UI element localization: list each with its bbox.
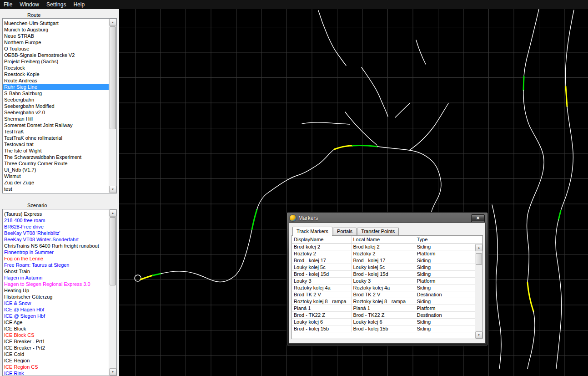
menu-settings[interactable]: Settings <box>43 0 70 9</box>
column-header[interactable]: Type <box>415 236 482 243</box>
menu-file[interactable]: File <box>0 0 16 9</box>
menu-window[interactable]: Window <box>16 0 43 9</box>
scroll-up-icon: ▲ <box>111 21 114 24</box>
route-list-item[interactable]: S-Bahn Salzburg <box>3 90 109 97</box>
markers-titlebar[interactable]: Markers × <box>289 213 486 223</box>
marker-row[interactable]: Brod - kolej 15bBrod - kolej 15bSiding <box>292 325 482 332</box>
route-list-item[interactable]: TestTraK ohne rollmaterial <box>3 135 109 141</box>
scenario-list-item[interactable]: ICE @ Siegen Hbf <box>3 313 109 319</box>
scenario-list-item[interactable]: ICE & Snow <box>3 300 109 306</box>
scenario-list-item[interactable]: Ghost Train <box>3 268 109 274</box>
scenario-list-item[interactable]: ICE Breaker - Prt2 <box>3 345 109 351</box>
scroll-down-button[interactable]: ▼ <box>109 368 116 376</box>
route-list-item[interactable]: Zug der Züge <box>3 179 109 186</box>
marker-row[interactable]: Planá 1Planá 1Platform <box>292 305 482 311</box>
route-list-item[interactable]: OEBB-Signale Demostrecke V2 <box>3 52 109 58</box>
route-list-item[interactable]: Northern Europe <box>3 39 109 46</box>
marker-cell: Brod - kolej 17 <box>351 257 415 264</box>
scenario-list-item[interactable]: Historischer Güterzug <box>3 294 109 300</box>
route-list-item[interactable]: test <box>3 186 109 192</box>
scenario-list-item[interactable]: (Taurus) Express <box>3 211 109 217</box>
route-list-item[interactable]: Route Andreas <box>3 77 109 84</box>
marker-cell: Roztoky kolej 4a <box>292 284 351 291</box>
route-list-item[interactable]: Seebergbahn <box>3 97 109 103</box>
marker-row[interactable]: Brod TK 2 VBrod TK 2 VDestination <box>292 291 482 298</box>
marker-cell: Brod - kolej 15b <box>351 325 415 332</box>
scrollbar-thumb[interactable] <box>476 253 482 265</box>
scenario-list-item[interactable]: ICE Cold <box>3 351 109 357</box>
route-list-item[interactable]: Neue STRAB <box>3 33 109 39</box>
marker-row[interactable]: Louky kolej 6Louky kolej 6Siding <box>292 318 482 325</box>
scrollbar-thumb[interactable] <box>110 217 116 285</box>
marker-row[interactable]: Brod kolej 2Brod kolej 2Siding <box>292 243 482 250</box>
scenario-list-item[interactable]: Fog on the Lenne <box>3 255 109 262</box>
route-list-item[interactable]: Ut_Ndb (V1.7) <box>3 167 109 173</box>
scenario-list-item[interactable]: Heating Up <box>3 287 109 294</box>
column-header[interactable]: DisplayName <box>292 236 351 243</box>
close-button[interactable]: × <box>471 214 485 222</box>
scroll-up-button[interactable]: ▲ <box>475 244 482 251</box>
route-list-item[interactable]: Roestock-Kopie <box>3 71 109 77</box>
scenario-list-item[interactable]: BeeKay VT08 Winter-Sonderfahrt <box>3 236 109 243</box>
marker-cell: Destination <box>415 291 482 298</box>
scroll-up-button[interactable]: ▲ <box>109 19 116 26</box>
route-list-item[interactable]: Seebergbahn v2.0 <box>3 109 109 116</box>
marker-row[interactable]: Roztoky kolej 8 - rampaRoztoky kolej 8 -… <box>292 298 482 305</box>
scroll-down-button[interactable]: ▼ <box>109 186 116 193</box>
scenario-list-item[interactable]: ICE Block <box>3 325 109 332</box>
tab-transfer-points[interactable]: Transfer Points <box>357 228 399 235</box>
column-header[interactable]: Local Name <box>351 236 415 243</box>
route-list-scrollbar[interactable]: ▲ ▼ <box>109 19 116 193</box>
route-list-item[interactable]: Seebergbahn Modified <box>3 103 109 109</box>
marker-cell: Roztoky 2 <box>292 250 351 257</box>
scenario-list-item[interactable]: Hagen to Siegen Regional Express 3.0 <box>3 281 109 287</box>
marker-row[interactable]: Louky kolej 5cLouky kolej 5cSiding <box>292 264 482 270</box>
route-list-item[interactable]: Testovaci trat <box>3 141 109 147</box>
route-list-item[interactable]: Sherman Hill <box>3 116 109 122</box>
scenario-list-scrollbar[interactable]: ▲ ▼ <box>109 209 116 376</box>
scenario-list-item[interactable]: 218-400 free roam <box>3 217 109 224</box>
route-list-item[interactable]: Roestock <box>3 65 109 71</box>
route-list-item[interactable]: Wismut <box>3 173 109 179</box>
route-list-item[interactable]: Munich to Augsburg <box>3 26 109 33</box>
scenario-list-item[interactable]: ICE Block CS <box>3 332 109 338</box>
marker-cell: Siding <box>415 243 482 250</box>
scenario-list-item[interactable]: ICE Region <box>3 357 109 364</box>
marker-row[interactable]: Louky 3Louky 3Platform <box>292 277 482 284</box>
scrollbar-thumb[interactable] <box>110 26 116 129</box>
scenario-list-item[interactable]: ICE Region CS <box>3 364 109 370</box>
scenario-list-item[interactable]: BeeKay VT08 'Rheinblitz' <box>3 230 109 236</box>
marker-row[interactable]: Roztoky kolej 4aRoztoky kolej 4aSiding <box>292 284 482 291</box>
tab-track-markers[interactable]: Track Markers <box>292 227 332 236</box>
scenario-list-item[interactable]: ChrisTrains NS 6400 Rurh freight runabou… <box>3 243 109 249</box>
route-list-item[interactable]: Somerset Dorset Joint Railway <box>3 122 109 128</box>
route-list-item[interactable]: The Schwarzwaldbahn Experiment <box>3 154 109 160</box>
route-list-item[interactable]: Muenchen-Ulm-Stuttgart <box>3 20 109 26</box>
route-list-item[interactable]: Ruhr Sieg Line <box>3 84 109 90</box>
scenario-list-item[interactable]: Free Roam: Taurus at Siegen <box>3 262 109 268</box>
scenario-list-item[interactable]: ICE Breaker - Prt1 <box>3 338 109 345</box>
markers-window-body: Track MarkersPortalsTransfer Points Disp… <box>289 223 486 344</box>
scenario-list-item[interactable]: ICE @ Hagen Hbf <box>3 306 109 313</box>
route-list-item[interactable]: The Isle of Wight <box>3 147 109 154</box>
scenario-list-item[interactable]: BR628-Free drive <box>3 224 109 230</box>
scenario-list-item[interactable]: ICE Age <box>3 319 109 325</box>
marker-cell: Siding <box>415 284 482 291</box>
marker-row[interactable]: Roztoky 2Roztoky 2Platform <box>292 250 482 257</box>
marker-row[interactable]: Brod - TK22 ZBrod - TK22 ZDestination <box>292 311 482 318</box>
menu-help[interactable]: Help <box>70 0 88 9</box>
tab-portals[interactable]: Portals <box>333 228 357 235</box>
scenario-list-item[interactable]: ICE Rink <box>3 370 109 376</box>
marker-row[interactable]: Brod - kolej 15dBrod - kolej 15dSiding <box>292 270 482 277</box>
markers-table-scrollbar[interactable]: ▲ ▼ <box>475 244 482 339</box>
route-list-item[interactable]: O Toulouse <box>3 46 109 52</box>
scroll-up-button[interactable]: ▲ <box>109 209 116 217</box>
scenario-list-item[interactable]: Finnentrop in Summer <box>3 249 109 255</box>
route-list-item[interactable]: Projekt Freiberg (Sachs) <box>3 58 109 65</box>
marker-row[interactable]: Brod - kolej 17Brod - kolej 17Siding <box>292 257 482 264</box>
marker-cell: Brod - kolej 15d <box>292 270 351 277</box>
route-list-item[interactable]: Three Country Corner Route <box>3 160 109 167</box>
route-list-item[interactable]: TestTraK <box>3 128 109 135</box>
scroll-down-button[interactable]: ▼ <box>475 331 482 339</box>
scenario-list-item[interactable]: Hagen in Autumn <box>3 274 109 281</box>
